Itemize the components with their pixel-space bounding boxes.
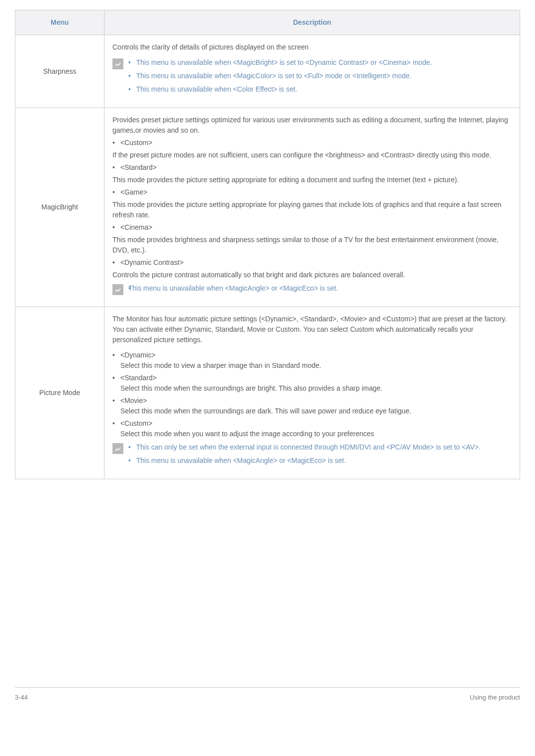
option-dynamic-contrast: <Dynamic Contrast> [112, 257, 512, 268]
note-block: This menu is unavailable when <MagicAngl… [112, 283, 512, 297]
option-list: <Dynamic> Select this mode to view a sha… [112, 350, 512, 439]
option-label: <Standard> [120, 374, 157, 382]
note-icon [112, 443, 123, 454]
header-menu: Menu [15, 10, 105, 35]
page-footer: 3-44 Using the product [15, 687, 520, 703]
option-custom: <Custom> [112, 138, 512, 148]
note-item: This menu is unavailable when <MagicAngl… [128, 283, 512, 294]
desc-picture-mode: The Monitor has four automatic picture s… [105, 307, 520, 479]
menu-description-table: Menu Description Sharpness Controls the … [15, 10, 520, 479]
note-icon [112, 58, 123, 69]
table-row: Sharpness Controls the clarity of detail… [15, 35, 520, 108]
option-desc: Select this mode when the surroundings a… [120, 384, 382, 392]
note-list: This menu is unavailable when <MagicBrig… [128, 57, 512, 98]
option-custom-desc: If the preset picture modes are not suff… [112, 150, 512, 160]
note-block: This menu is unavailable when <MagicBrig… [112, 57, 512, 98]
note-item: This can only be set when the external i… [128, 442, 512, 453]
option-desc: Select this mode when the surroundings a… [120, 407, 411, 415]
note-item: This menu is unavailable when <Color Eff… [128, 84, 512, 95]
option-label: <Movie> [120, 397, 147, 404]
magicbright-intro: Provides preset picture settings optimiz… [112, 115, 512, 136]
note-item: This menu is unavailable when <MagicColo… [128, 71, 512, 81]
header-description: Description [105, 10, 520, 35]
option-dc-desc: Controls the picture contrast automatica… [112, 270, 512, 280]
option-desc: Select this mode to view a sharper image… [120, 361, 321, 369]
table-row: Picture Mode The Monitor has four automa… [15, 307, 520, 479]
menu-sharpness: Sharpness [15, 35, 105, 108]
option-label: <Custom> [120, 419, 153, 427]
sharpness-intro: Controls the clarity of details of pictu… [112, 42, 512, 52]
option-dynamic: <Dynamic> Select this mode to view a sha… [112, 350, 512, 371]
desc-sharpness: Controls the clarity of details of pictu… [105, 35, 520, 108]
option-standard-desc: This mode provides the picture setting a… [112, 175, 512, 185]
desc-magicbright: Provides preset picture settings optimiz… [105, 108, 520, 307]
note-icon [112, 284, 123, 295]
option-movie: <Movie> Select this mode when the surrou… [112, 396, 512, 416]
picturemode-intro: The Monitor has four automatic picture s… [112, 314, 512, 345]
page-number: 3-44 [15, 693, 28, 703]
note-item: This menu is unavailable when <MagicBrig… [128, 57, 512, 68]
menu-picture-mode: Picture Mode [15, 307, 105, 479]
note-item: This menu is unavailable when <MagicAngl… [128, 455, 512, 466]
table-row: MagicBright Provides preset picture sett… [15, 108, 520, 307]
option-game: <Game> [112, 187, 512, 198]
option-desc: Select this mode when you want to adjust… [120, 430, 374, 438]
note-list: This menu is unavailable when <MagicAngl… [128, 283, 512, 297]
section-title: Using the product [470, 693, 520, 703]
option-label: <Dynamic> [120, 351, 156, 359]
option-custom: <Custom> Select this mode when you want … [112, 418, 512, 439]
note-block: This can only be set when the external i… [112, 442, 512, 469]
menu-magicbright: MagicBright [15, 108, 105, 307]
option-cinema-desc: This mode provides brightness and sharpn… [112, 235, 512, 255]
option-game-desc: This mode provides the picture setting a… [112, 200, 512, 220]
option-cinema: <Cinema> [112, 222, 512, 233]
option-standard: <Standard> Select this mode when the sur… [112, 373, 512, 394]
note-list: This can only be set when the external i… [128, 442, 512, 469]
option-standard: <Standard> [112, 162, 512, 173]
